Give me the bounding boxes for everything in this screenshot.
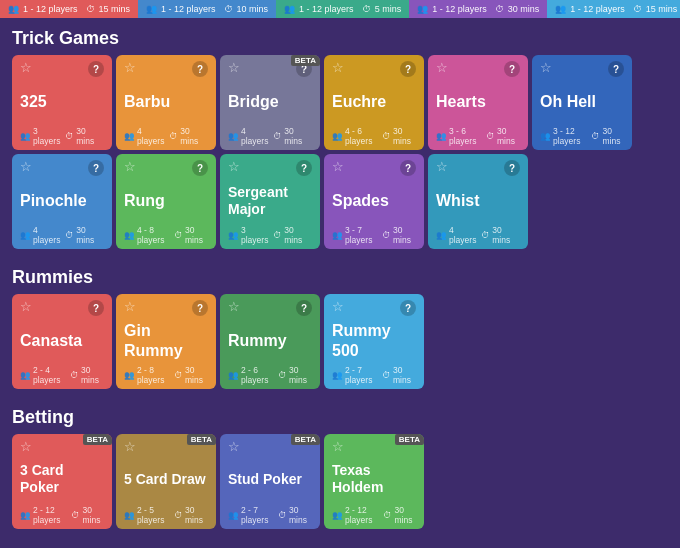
star-icon[interactable]: ☆	[20, 300, 32, 313]
card-footer-canasta: 👥 2 - 4 players ⏱ 30 mins	[20, 365, 104, 385]
help-icon[interactable]: ?	[504, 160, 520, 176]
star-icon[interactable]: ☆	[540, 61, 552, 74]
game-title-rummy: Rummy	[228, 316, 312, 365]
star-icon[interactable]: ☆	[436, 61, 448, 74]
players-info: 👥 2 - 4 players	[20, 365, 70, 385]
star-icon[interactable]: ☆	[124, 300, 136, 313]
star-icon[interactable]: ☆	[332, 440, 344, 453]
players-info: 👥 4 players	[436, 225, 481, 245]
card-footer-spades: 👥 3 - 7 players ⏱ 30 mins	[332, 225, 416, 245]
betting-heading: Betting	[0, 397, 680, 434]
star-icon[interactable]: ☆	[20, 440, 32, 453]
game-card-pinochle[interactable]: ☆ ? Pinochle 👥 4 players ⏱ 30 mins	[12, 154, 112, 249]
game-title-sergeant-major: Sergeant Major	[228, 176, 312, 225]
betting-grid: BETA ☆ 3 Card Poker 👥 2 - 12 players ⏱ 3…	[0, 434, 680, 537]
card-footer-oh-hell: 👥 3 - 12 players ⏱ 30 mins	[540, 126, 624, 146]
clock-icon-3: ⏱	[362, 4, 371, 14]
star-icon[interactable]: ☆	[20, 61, 32, 74]
help-icon[interactable]: ?	[400, 160, 416, 176]
game-card-hearts[interactable]: ☆ ? Hearts 👥 3 - 6 players ⏱ 30 mins	[428, 55, 528, 150]
game-card-3-card-poker[interactable]: BETA ☆ 3 Card Poker 👥 2 - 12 players ⏱ 3…	[12, 434, 112, 529]
star-icon[interactable]: ☆	[228, 61, 240, 74]
top-strip: 👥 1 - 12 players ⏱ 15 mins 👥 1 - 12 play…	[0, 0, 680, 18]
game-card-bridge[interactable]: BETA ☆ ? Bridge 👥 4 players ⏱ 30 mins	[220, 55, 320, 150]
game-card-euchre[interactable]: ☆ ? Euchre 👥 4 - 6 players ⏱ 30 mins	[324, 55, 424, 150]
help-icon[interactable]: ?	[400, 300, 416, 316]
strip-players-3: 1 - 12 players	[299, 4, 354, 14]
game-title-rummy-500: Rummy 500	[332, 316, 416, 365]
star-icon[interactable]: ☆	[332, 300, 344, 313]
star-icon[interactable]: ☆	[124, 440, 136, 453]
game-card-spades[interactable]: ☆ ? Spades 👥 3 - 7 players ⏱ 30 mins	[324, 154, 424, 249]
star-icon[interactable]: ☆	[332, 160, 344, 173]
help-icon[interactable]: ?	[192, 160, 208, 176]
game-card-stud-poker[interactable]: BETA ☆ Stud Poker 👥 2 - 7 players ⏱ 30 m…	[220, 434, 320, 529]
clock-icon: ⏱	[86, 4, 95, 14]
star-icon[interactable]: ☆	[20, 160, 32, 173]
help-icon[interactable]: ?	[608, 61, 624, 77]
time-info: ⏱ 30 mins	[174, 365, 208, 385]
strip-time-1: 15 mins	[99, 4, 131, 14]
help-icon[interactable]: ?	[504, 61, 520, 77]
help-icon[interactable]: ?	[192, 61, 208, 77]
game-card-325[interactable]: ☆ ? 325 👥 3 players ⏱ 30 mins	[12, 55, 112, 150]
card-footer-rummy-500: 👥 2 - 7 players ⏱ 30 mins	[332, 365, 416, 385]
trick-games-grid: ☆ ? 325 👥 3 players ⏱ 30 mins ☆ ? Barbu …	[0, 55, 680, 257]
game-card-texas-holdem[interactable]: BETA ☆ Texas Holdem 👥 2 - 12 players ⏱ 3…	[324, 434, 424, 529]
game-card-rung[interactable]: ☆ ? Rung 👥 4 - 8 players ⏱ 30 mins	[116, 154, 216, 249]
game-card-gin-rummy[interactable]: ☆ ? Gin Rummy 👥 2 - 8 players ⏱ 30 mins	[116, 294, 216, 389]
help-icon[interactable]: ?	[296, 300, 312, 316]
players-info: 👥 3 players	[228, 225, 273, 245]
game-card-oh-hell[interactable]: ☆ ? Oh Hell 👥 3 - 12 players ⏱ 30 mins	[532, 55, 632, 150]
card-footer-whist: 👥 4 players ⏱ 30 mins	[436, 225, 520, 245]
time-info: ⏱ 30 mins	[382, 126, 416, 146]
beta-badge: BETA	[83, 434, 112, 445]
strip-item-4: 👥 1 - 12 players ⏱ 30 mins	[409, 0, 547, 18]
card-footer-rummy: 👥 2 - 6 players ⏱ 30 mins	[228, 365, 312, 385]
star-icon[interactable]: ☆	[124, 160, 136, 173]
star-icon[interactable]: ☆	[228, 300, 240, 313]
game-card-barbu[interactable]: ☆ ? Barbu 👥 4 players ⏱ 30 mins	[116, 55, 216, 150]
star-icon[interactable]: ☆	[332, 61, 344, 74]
time-info: ⏱ 30 mins	[278, 365, 312, 385]
clock-icon-2: ⏱	[224, 4, 233, 14]
time-info: ⏱ 30 mins	[65, 126, 104, 146]
star-icon[interactable]: ☆	[436, 160, 448, 173]
game-card-rummy[interactable]: ☆ ? Rummy 👥 2 - 6 players ⏱ 30 mins	[220, 294, 320, 389]
game-card-rummy-500[interactable]: ☆ ? Rummy 500 👥 2 - 7 players ⏱ 30 mins	[324, 294, 424, 389]
game-card-canasta[interactable]: ☆ ? Canasta 👥 2 - 4 players ⏱ 30 mins	[12, 294, 112, 389]
time-info: ⏱ 30 mins	[486, 126, 520, 146]
strip-players-4: 1 - 12 players	[432, 4, 487, 14]
star-icon[interactable]: ☆	[124, 61, 136, 74]
star-icon[interactable]: ☆	[228, 160, 240, 173]
help-icon[interactable]: ?	[400, 61, 416, 77]
star-icon[interactable]: ☆	[228, 440, 240, 453]
game-title-5-card-draw: 5 Card Draw	[124, 453, 208, 505]
strip-item-3: 👥 1 - 12 players ⏱ 5 mins	[276, 0, 409, 18]
game-card-5-card-draw[interactable]: BETA ☆ 5 Card Draw 👥 2 - 5 players ⏱ 30 …	[116, 434, 216, 529]
strip-item-5: 👥 1 - 12 players ⏱ 15 mins	[547, 0, 680, 18]
players-info: 👥 2 - 12 players	[332, 505, 383, 525]
help-icon[interactable]: ?	[88, 160, 104, 176]
game-title-325: 325	[20, 77, 104, 126]
game-title-oh-hell: Oh Hell	[540, 77, 624, 126]
game-card-whist[interactable]: ☆ ? Whist 👥 4 players ⏱ 30 mins	[428, 154, 528, 249]
help-icon[interactable]: ?	[88, 300, 104, 316]
help-icon[interactable]: ?	[192, 300, 208, 316]
game-title-3-card-poker: 3 Card Poker	[20, 453, 104, 505]
help-icon[interactable]: ?	[296, 160, 312, 176]
trick-games-heading: Trick Games	[0, 18, 680, 55]
players-info: 👥 4 players	[20, 225, 65, 245]
strip-players-5: 1 - 12 players	[570, 4, 625, 14]
time-info: ⏱ 30 mins	[273, 225, 312, 245]
players-icon-4: 👥	[417, 4, 428, 14]
beta-badge: BETA	[395, 434, 424, 445]
players-info: 👥 3 players	[20, 126, 65, 146]
time-info: ⏱ 30 mins	[278, 505, 312, 525]
players-info: 👥 4 - 6 players	[332, 126, 382, 146]
game-card-sergeant-major[interactable]: ☆ ? Sergeant Major 👥 3 players ⏱ 30 mins	[220, 154, 320, 249]
help-icon[interactable]: ?	[88, 61, 104, 77]
section-others: Others ☆	[0, 537, 680, 548]
others-heading: Others	[0, 537, 680, 548]
card-footer-sergeant-major: 👥 3 players ⏱ 30 mins	[228, 225, 312, 245]
